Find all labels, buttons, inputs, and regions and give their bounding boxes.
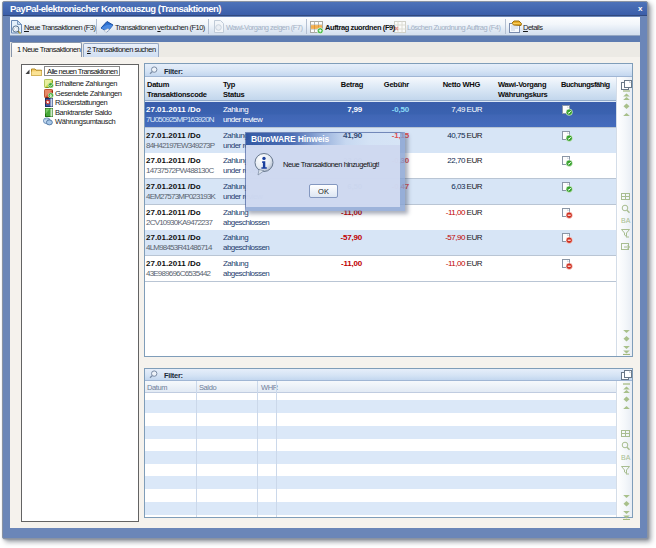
svg-text:BA: BA: [621, 454, 631, 461]
svg-text:BA: BA: [621, 217, 631, 224]
